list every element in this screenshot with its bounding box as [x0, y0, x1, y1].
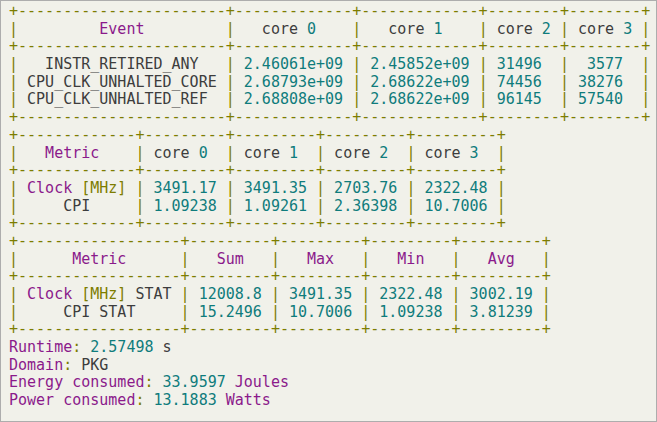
value: 57540	[569, 90, 641, 108]
text-segment	[72, 285, 81, 303]
header-core3: core	[569, 20, 623, 38]
metric-unit: [MHz]	[81, 285, 126, 303]
border: |	[560, 55, 569, 73]
border: |	[181, 303, 190, 321]
value: 2.68622e+09	[361, 73, 478, 91]
colon: :	[63, 356, 72, 374]
value: 3002.19	[461, 285, 542, 303]
header-core1: core	[235, 144, 289, 162]
border: |	[497, 197, 506, 215]
table1-row-clk-ref: | CPU_CLK_UNHALTED_REF | 2.68808e+09 | 2…	[9, 91, 656, 109]
energy-value: 33.9597	[154, 373, 226, 391]
core-index: 2	[379, 144, 388, 162]
value: 15.2496	[190, 303, 271, 321]
event-name: INSTR_RETIRED_ANY	[18, 55, 226, 73]
footer-runtime: Runtime: 2.57498 s	[9, 339, 656, 357]
border: |	[479, 55, 488, 73]
border: |	[542, 250, 551, 268]
table2-border-bottom: +-------------+---------+---------+-----…	[9, 215, 656, 233]
border: |	[479, 73, 488, 91]
table1-border-mid: +-----------------------+-------------+-…	[9, 38, 656, 56]
value: 1.09261	[235, 197, 316, 215]
power-label: Power consumed	[9, 391, 135, 409]
border: |	[181, 285, 190, 303]
value: 2.68793e+09	[235, 73, 352, 91]
border: +-----------------------+-------------+-…	[9, 108, 650, 126]
value: 10.7006	[415, 197, 496, 215]
terminal-window: +-----------------------+-------------+-…	[0, 0, 657, 422]
border: |	[226, 20, 235, 38]
table1-row-clk-core: | CPU_CLK_UNHALTED_CORE | 2.68793e+09 | …	[9, 74, 656, 92]
event-name: CPU_CLK_UNHALTED_CORE	[18, 73, 226, 91]
border: |	[226, 144, 235, 162]
runtime-label: Runtime	[9, 338, 72, 356]
core-index: 1	[289, 144, 298, 162]
table2-header: | Metric | core 0 | core 1 | core 2 | co…	[9, 145, 656, 163]
metric-unit: [MHz]	[81, 179, 126, 197]
value: 1.09238	[370, 303, 451, 321]
border: +-------------+---------+---------+-----…	[9, 126, 506, 144]
border: |	[497, 179, 506, 197]
header-core0: core	[235, 20, 307, 38]
value: 2.68808e+09	[235, 90, 352, 108]
border: |	[9, 144, 18, 162]
border: |	[181, 250, 190, 268]
domain-label: Domain	[9, 356, 63, 374]
value: 10.7006	[280, 303, 361, 321]
text-segment	[632, 20, 641, 38]
border: |	[361, 285, 370, 303]
runtime-unit: s	[154, 338, 172, 356]
value: 74456	[488, 73, 560, 91]
table1-border-top: +-----------------------+-------------+-…	[9, 3, 656, 21]
value: 2.45852e+09	[361, 55, 478, 73]
table3-border-mid: +------------------+---------+---------+…	[9, 268, 656, 286]
power-unit: Watts	[217, 391, 271, 409]
energy-unit: Joules	[226, 373, 289, 391]
border: |	[9, 250, 18, 268]
border: |	[226, 197, 235, 215]
border: |	[271, 250, 280, 268]
border: |	[271, 285, 280, 303]
border: |	[352, 55, 361, 73]
text-segment	[298, 144, 316, 162]
border: |	[226, 73, 235, 91]
stat-suffix: STAT	[126, 285, 180, 303]
value: 38276	[569, 73, 641, 91]
value: 3491.35	[235, 179, 316, 197]
text-segment	[479, 144, 497, 162]
header-metric: Metric	[18, 144, 135, 162]
core-index: 2	[542, 20, 551, 38]
colon: :	[144, 373, 153, 391]
header-sum: Sum	[190, 250, 271, 268]
table2-row-clock: | Clock [MHz] | 3491.17 | 3491.35 | 2703…	[9, 180, 656, 198]
border: |	[9, 20, 18, 38]
energy-label: Energy consumed	[9, 373, 144, 391]
table2-border-mid: +-------------+---------+---------+-----…	[9, 162, 656, 180]
header-core2: core	[325, 144, 379, 162]
table3-row-cpi-stat: | CPI STAT | 15.2496 | 10.7006 | 1.09238…	[9, 304, 656, 322]
border: |	[560, 20, 569, 38]
border: +------------------+---------+---------+…	[9, 232, 551, 250]
border: +------------------+---------+---------+…	[9, 320, 551, 338]
footer-domain: Domain: PKG	[9, 357, 656, 375]
table3-border-bottom: +------------------+---------+---------+…	[9, 321, 656, 339]
border: +-------------+---------+---------+-----…	[9, 214, 506, 232]
border: |	[452, 250, 461, 268]
border: |	[452, 285, 461, 303]
border: |	[9, 197, 18, 215]
core-index: 0	[199, 144, 208, 162]
border: |	[9, 179, 27, 197]
border: |	[479, 20, 488, 38]
value: 3577	[569, 55, 641, 73]
value: 2.36398	[325, 197, 406, 215]
border: |	[9, 55, 18, 73]
border: |	[542, 303, 551, 321]
border: |	[479, 90, 488, 108]
value: 2322.48	[415, 179, 496, 197]
metric-name: CPI	[18, 197, 135, 215]
metric-name: Clock	[27, 179, 72, 197]
table3-row-clock-stat: | Clock [MHz] STAT | 12008.8 | 3491.35 |…	[9, 286, 656, 304]
metric-name: Clock	[27, 285, 72, 303]
header-core1: core	[361, 20, 433, 38]
border: |	[316, 179, 325, 197]
